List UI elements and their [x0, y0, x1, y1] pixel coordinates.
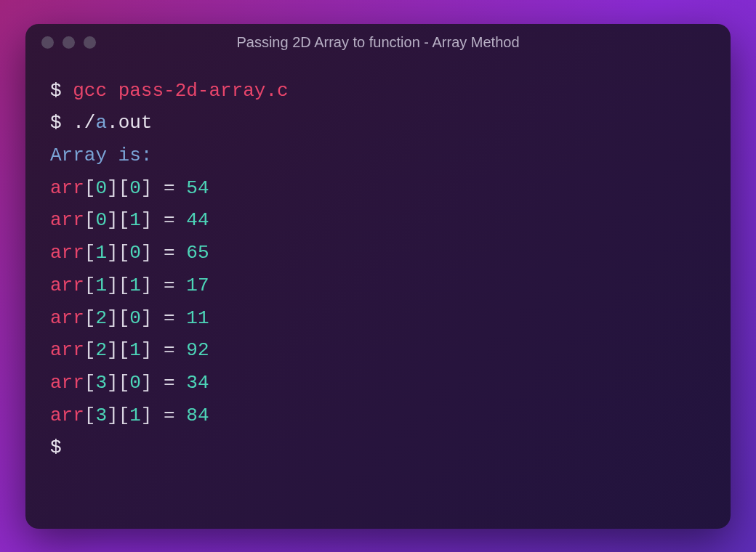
left-bracket: [: [118, 339, 130, 361]
prompt-symbol: $: [50, 437, 62, 458]
right-bracket: ]: [107, 209, 118, 231]
terminal-body[interactable]: $ gcc pass-2d-array.c $ ./a.out Array is…: [25, 62, 731, 529]
right-bracket: ]: [141, 405, 153, 426]
array-entry-line: arr[0][0] = 54: [50, 172, 706, 205]
title-bar: Passing 2D Array to function - Array Met…: [25, 24, 731, 62]
right-bracket: ]: [107, 177, 118, 199]
array-value: 44: [186, 209, 209, 231]
array-entry-line: arr[1][0] = 65: [50, 237, 706, 269]
right-bracket: ]: [107, 372, 118, 394]
equals-sign: =: [152, 242, 186, 264]
compile-line: $ gcc pass-2d-array.c: [50, 75, 706, 107]
equals-sign: =: [152, 177, 186, 199]
right-bracket: ]: [107, 275, 118, 296]
source-file: pass-2d-array.c: [118, 80, 289, 102]
right-bracket: ]: [107, 339, 118, 361]
left-bracket: [: [84, 275, 96, 296]
array-entry-line: arr[3][0] = 34: [50, 367, 706, 399]
col-index: 0: [129, 177, 141, 199]
equals-sign: =: [152, 372, 186, 394]
array-name: arr: [50, 177, 84, 199]
array-value: 65: [186, 242, 209, 264]
window-title: Passing 2D Array to function - Array Met…: [41, 34, 715, 51]
right-bracket: ]: [141, 307, 153, 329]
left-bracket: [: [84, 405, 96, 426]
array-name: arr: [50, 209, 84, 231]
array-value: 34: [186, 372, 209, 394]
maximize-icon[interactable]: [84, 36, 96, 49]
col-index: 0: [129, 307, 141, 329]
array-value: 92: [186, 339, 209, 361]
array-entry-line: arr[2][1] = 92: [50, 334, 706, 367]
array-name: arr: [50, 275, 84, 296]
output-header: Array is:: [50, 139, 706, 172]
left-bracket: [: [118, 405, 130, 426]
array-entry-line: arr[1][1] = 17: [50, 269, 706, 302]
col-index: 1: [129, 275, 141, 296]
compiler-name: gcc: [73, 80, 107, 102]
col-index: 0: [129, 372, 141, 394]
array-name: arr: [50, 339, 84, 361]
row-index: 1: [95, 242, 107, 264]
equals-sign: =: [152, 339, 186, 361]
right-bracket: ]: [107, 242, 118, 264]
row-index: 3: [95, 405, 107, 426]
right-bracket: ]: [107, 405, 118, 426]
traffic-lights: [41, 36, 96, 49]
equals-sign: =: [152, 209, 186, 231]
array-entry-line: arr[0][1] = 44: [50, 204, 706, 237]
col-index: 1: [129, 209, 141, 231]
right-bracket: ]: [141, 275, 153, 296]
row-index: 0: [95, 209, 107, 231]
row-index: 2: [95, 339, 107, 361]
array-value: 17: [186, 275, 209, 296]
left-bracket: [: [118, 275, 130, 296]
left-bracket: [: [118, 177, 130, 199]
right-bracket: ]: [141, 242, 153, 264]
left-bracket: [: [118, 209, 130, 231]
equals-sign: =: [152, 275, 186, 296]
run-line: $ ./a.out: [50, 107, 706, 139]
close-icon[interactable]: [41, 36, 54, 49]
dot-slash: ./: [73, 112, 95, 134]
col-index: 0: [129, 242, 141, 264]
terminal-window: Passing 2D Array to function - Array Met…: [25, 24, 731, 529]
array-name: arr: [50, 372, 84, 394]
final-prompt-line: $: [50, 431, 706, 464]
array-entry-line: arr[2][0] = 11: [50, 302, 706, 335]
left-bracket: [: [84, 242, 96, 264]
prompt-symbol: $: [50, 80, 62, 102]
left-bracket: [: [84, 177, 96, 199]
right-bracket: ]: [107, 307, 118, 329]
right-bracket: ]: [141, 372, 153, 394]
array-name: arr: [50, 242, 84, 264]
equals-sign: =: [152, 405, 186, 426]
array-name: arr: [50, 405, 84, 426]
left-bracket: [: [84, 372, 96, 394]
col-index: 1: [129, 339, 141, 361]
col-index: 1: [129, 405, 141, 426]
right-bracket: ]: [141, 339, 153, 361]
left-bracket: [: [118, 307, 130, 329]
array-name: arr: [50, 307, 84, 329]
array-value: 84: [186, 405, 209, 426]
right-bracket: ]: [141, 177, 153, 199]
array-entry-line: arr[3][1] = 84: [50, 399, 706, 432]
array-output: arr[0][0] = 54arr[0][1] = 44arr[1][0] = …: [50, 172, 706, 432]
row-index: 3: [95, 372, 107, 394]
array-value: 54: [186, 177, 209, 199]
left-bracket: [: [118, 372, 130, 394]
left-bracket: [: [84, 307, 96, 329]
prompt-symbol: $: [50, 112, 62, 134]
left-bracket: [: [84, 209, 96, 231]
array-value: 11: [186, 307, 209, 329]
left-bracket: [: [84, 339, 96, 361]
row-index: 1: [95, 275, 107, 296]
equals-sign: =: [152, 307, 186, 329]
minimize-icon[interactable]: [63, 36, 75, 49]
row-index: 2: [95, 307, 107, 329]
left-bracket: [: [118, 242, 130, 264]
executable-name: a: [95, 112, 107, 134]
executable-ext: .out: [107, 112, 152, 134]
right-bracket: ]: [141, 209, 153, 231]
